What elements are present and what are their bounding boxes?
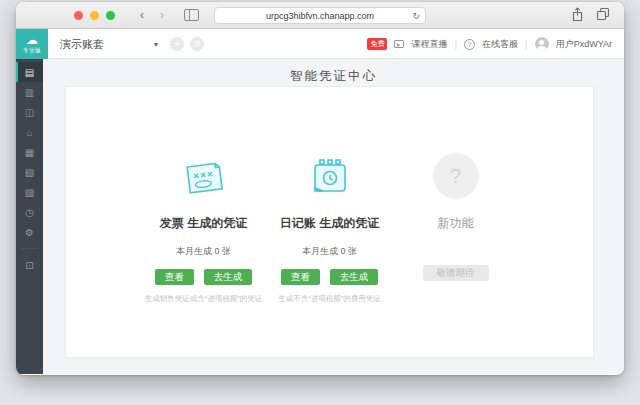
window-controls: [74, 11, 115, 20]
address-bar[interactable]: urpcg3hibfvn.chanapp.com ↻: [214, 7, 426, 24]
settings-icon: ⚙: [25, 227, 34, 238]
share-icon[interactable]: [571, 7, 584, 22]
user-menu[interactable]: 用户PxdWYAr: [556, 38, 612, 51]
voucher-center-card: 发票 生成的凭证 本月生成 0 张 查看 去生成 生成销售凭证或含“进项税额”的…: [65, 86, 594, 358]
monthly-count: 本月生成 0 张: [302, 245, 357, 258]
help-icon: ?: [464, 39, 475, 50]
page-title: 智能凭证中心: [43, 59, 624, 85]
main-content: 智能凭证中心: [43, 59, 624, 374]
column-note: 生成销售凭证或含“进项税额”的凭证: [145, 294, 263, 304]
more-apps-icon: ⊡: [25, 260, 33, 271]
url-text: urpcg3hibfvn.chanapp.com: [266, 11, 374, 21]
generate-button[interactable]: 去生成: [204, 269, 253, 285]
back-button[interactable]: ‹: [134, 6, 150, 24]
cloud-logo-icon: ☁: [26, 34, 38, 46]
apps-grid-button[interactable]: ⊞: [190, 37, 204, 51]
sidebar-item-fund[interactable]: ▦: [16, 142, 43, 162]
sidebar-item-asset[interactable]: ⌂: [16, 122, 43, 142]
account-set-name[interactable]: 演示账套: [60, 29, 104, 59]
generate-button[interactable]: 去生成: [330, 269, 379, 285]
journal-voucher-column: 日记账 生成的凭证 本月生成 0 张 查看 去生成 生成不含“进项税额”的费用凭…: [269, 149, 391, 304]
online-support-link[interactable]: 在线客服: [482, 38, 518, 51]
invoice-document-icon: [181, 149, 227, 199]
question-circle-icon: ?: [433, 149, 479, 199]
sidebar-item-checkout[interactable]: ◷: [16, 202, 43, 222]
add-account-button[interactable]: +: [170, 37, 184, 51]
report-icon: ◫: [25, 107, 34, 118]
view-button[interactable]: 查看: [281, 269, 320, 285]
column-title: 发票 生成的凭证: [160, 215, 247, 232]
tabs-icon[interactable]: [596, 7, 610, 22]
sidebar-item-account-book[interactable]: ▥: [16, 82, 43, 102]
sidebar-item-voucher[interactable]: ▤: [16, 62, 43, 82]
invoice-icon: ▧: [25, 167, 34, 178]
app-header: ☁ 专业版 演示账套 ▾ + ⊞ 免费 课程直播 | ? 在线客服 | 用户Px…: [16, 29, 624, 59]
sidebar-toggle-icon[interactable]: [184, 9, 199, 21]
new-feature-column: ? 新功能 敬请期待: [395, 149, 517, 304]
monthly-count: 本月生成 0 张: [176, 245, 231, 258]
journal-calendar-icon: [307, 149, 353, 199]
app-logo[interactable]: ☁ 专业版: [16, 29, 48, 59]
free-badge: 免费: [367, 38, 387, 50]
sidebar-item-invoice[interactable]: ▧: [16, 162, 43, 182]
asset-icon: ⌂: [26, 127, 32, 138]
divider: |: [525, 39, 528, 50]
sidebar-item-settings[interactable]: ⚙: [16, 222, 43, 242]
minimize-window-button[interactable]: [90, 11, 99, 20]
chevron-down-icon[interactable]: ▾: [154, 29, 158, 59]
live-video-icon: [394, 40, 404, 48]
view-button[interactable]: 查看: [155, 269, 194, 285]
reload-icon[interactable]: ↻: [412, 11, 420, 21]
sidebar-divider: [21, 248, 38, 249]
checkout-icon: ◷: [25, 207, 34, 218]
salary-icon: ▨: [25, 187, 34, 198]
forward-button[interactable]: ›: [154, 6, 170, 24]
avatar[interactable]: [535, 37, 549, 51]
close-window-button[interactable]: [74, 11, 83, 20]
column-note: 生成不含“进项税额”的费用凭证: [278, 294, 381, 304]
sidebar-item-report[interactable]: ◫: [16, 102, 43, 122]
edition-label: 专业版: [23, 47, 41, 54]
voucher-icon: ▤: [25, 67, 34, 78]
sidebar-item-more-apps[interactable]: ⊡: [16, 255, 43, 275]
live-course-link[interactable]: 课程直播: [411, 38, 447, 51]
invoice-voucher-column: 发票 生成的凭证 本月生成 0 张 查看 去生成 生成销售凭证或含“进项税额”的…: [143, 149, 265, 304]
sidebar-item-salary[interactable]: ▨: [16, 182, 43, 202]
browser-window: ‹ › urpcg3hibfvn.chanapp.com ↻ ☁ 专业版 演示账…: [16, 2, 624, 375]
column-title: 日记账 生成的凭证: [280, 215, 379, 232]
divider: |: [454, 39, 457, 50]
fund-icon: ▦: [25, 147, 34, 158]
zoom-window-button[interactable]: [106, 11, 115, 20]
account-book-icon: ▥: [25, 87, 34, 98]
column-title: 新功能: [438, 215, 474, 232]
browser-chrome: ‹ › urpcg3hibfvn.chanapp.com ↻: [16, 2, 624, 29]
coming-soon-button: 敬请期待: [423, 265, 489, 281]
sidebar: ▤ ▥ ◫ ⌂ ▦ ▧ ▨ ◷ ⚙ ⊡: [16, 59, 43, 374]
